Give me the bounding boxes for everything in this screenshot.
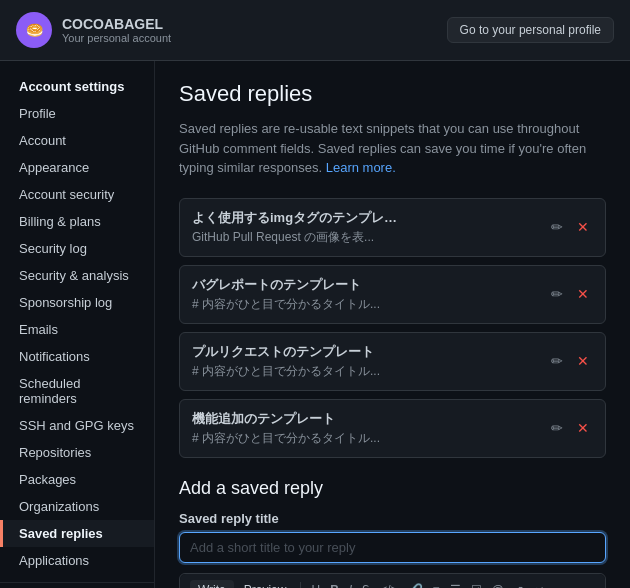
account-subtitle: Your personal account xyxy=(62,32,171,44)
reply-info: プルリクエストのテンプレート # 内容がひと目で分かるタイトル... xyxy=(192,343,547,380)
sidebar-item-applications[interactable]: Applications xyxy=(0,547,154,574)
layout: Account settings Profile Account Appeara… xyxy=(0,61,630,588)
sidebar-item-scheduled-reminders[interactable]: Scheduled reminders xyxy=(0,370,154,412)
avatar: 🥯 xyxy=(16,12,52,48)
title-label: Saved reply title xyxy=(179,511,606,526)
reply-name: プルリクエストのテンプレート xyxy=(192,343,547,361)
sidebar-item-sponsorship-log[interactable]: Sponsorship log xyxy=(0,289,154,316)
edit-reply-button[interactable]: ✏ xyxy=(547,284,567,304)
reply-name: 機能追加のテンプレート xyxy=(192,410,547,428)
reply-actions: ✏ ✕ xyxy=(547,284,593,304)
sidebar-item-account-security[interactable]: Account security xyxy=(0,181,154,208)
profile-button[interactable]: Go to your personal profile xyxy=(447,17,614,43)
header-left: 🥯 COCOABAGEL Your personal account xyxy=(16,12,171,48)
heading-icon[interactable]: H xyxy=(307,581,324,589)
sidebar-item-organizations[interactable]: Organizations xyxy=(0,493,154,520)
ordered-list-icon[interactable]: ☰ xyxy=(446,581,465,589)
saved-replies-list: よく使用するimgタグのテンプレ… GitHub Pull Request の画… xyxy=(179,198,606,458)
reply-name: よく使用するimgタグのテンプレ… xyxy=(192,209,547,227)
editor-toolbar: Write Preview H B I S̶ </> 🔗 ≡ ☰ ☑ @ ↗ ↩ xyxy=(180,574,605,589)
edit-reply-button[interactable]: ✏ xyxy=(547,217,567,237)
sidebar-item-appearance[interactable]: Appearance xyxy=(0,154,154,181)
editor-container: Write Preview H B I S̶ </> 🔗 ≡ ☰ ☑ @ ↗ ↩… xyxy=(179,573,606,589)
mention-icon[interactable]: @ xyxy=(488,581,508,589)
sidebar-item-profile[interactable]: Profile xyxy=(0,100,154,127)
reference-icon[interactable]: ↗ xyxy=(510,581,528,589)
sidebar-item-account[interactable]: Account xyxy=(0,127,154,154)
sidebar-item-billing[interactable]: Billing & plans xyxy=(0,208,154,235)
sidebar-item-ssh-gpg[interactable]: SSH and GPG keys xyxy=(0,412,154,439)
reply-preview: # 内容がひと目で分かるタイトル... xyxy=(192,430,547,447)
sidebar-item-security-analysis[interactable]: Security & analysis xyxy=(0,262,154,289)
saved-reply-item: 機能追加のテンプレート # 内容がひと目で分かるタイトル... ✏ ✕ xyxy=(179,399,606,458)
reply-preview: GitHub Pull Request の画像を表... xyxy=(192,229,547,246)
saved-reply-item: バグレポートのテンプレート # 内容がひと目で分かるタイトル... ✏ ✕ xyxy=(179,265,606,324)
header-user-info: COCOABAGEL Your personal account xyxy=(62,16,171,44)
sidebar-item-packages[interactable]: Packages xyxy=(0,466,154,493)
edit-reply-button[interactable]: ✏ xyxy=(547,351,567,371)
sidebar-item-notifications[interactable]: Notifications xyxy=(0,343,154,370)
unordered-list-icon[interactable]: ≡ xyxy=(429,581,444,589)
page-description: Saved replies are re-usable text snippet… xyxy=(179,119,606,178)
delete-reply-button[interactable]: ✕ xyxy=(573,217,593,237)
page-title: Saved replies xyxy=(179,81,606,107)
reply-title-input[interactable] xyxy=(179,532,606,563)
main-content: Saved replies Saved replies are re-usabl… xyxy=(155,61,630,588)
undo-icon[interactable]: ↩ xyxy=(530,581,548,589)
bold-icon[interactable]: B xyxy=(326,581,343,589)
saved-reply-item: よく使用するimgタグのテンプレ… GitHub Pull Request の画… xyxy=(179,198,606,257)
code-icon[interactable]: </> xyxy=(376,581,401,589)
delete-reply-button[interactable]: ✕ xyxy=(573,418,593,438)
reply-actions: ✏ ✕ xyxy=(547,418,593,438)
sidebar-item-emails[interactable]: Emails xyxy=(0,316,154,343)
reply-info: バグレポートのテンプレート # 内容がひと目で分かるタイトル... xyxy=(192,276,547,313)
link-icon[interactable]: 🔗 xyxy=(404,581,427,589)
sidebar-divider-1 xyxy=(0,582,154,583)
sidebar-item-repositories[interactable]: Repositories xyxy=(0,439,154,466)
learn-more-link[interactable]: Learn more. xyxy=(326,160,396,175)
reply-info: 機能追加のテンプレート # 内容がひと目で分かるタイトル... xyxy=(192,410,547,447)
add-section-title: Add a saved reply xyxy=(179,478,606,499)
sidebar-item-saved-replies[interactable]: Saved replies xyxy=(0,520,154,547)
delete-reply-button[interactable]: ✕ xyxy=(573,284,593,304)
reply-info: よく使用するimgタグのテンプレ… GitHub Pull Request の画… xyxy=(192,209,547,246)
sidebar-item-security-log[interactable]: Security log xyxy=(0,235,154,262)
write-tab[interactable]: Write xyxy=(190,580,234,589)
reply-preview: # 内容がひと目で分かるタイトル... xyxy=(192,363,547,380)
delete-reply-button[interactable]: ✕ xyxy=(573,351,593,371)
reply-actions: ✏ ✕ xyxy=(547,217,593,237)
saved-reply-item: プルリクエストのテンプレート # 内容がひと目で分かるタイトル... ✏ ✕ xyxy=(179,332,606,391)
strikethrough-icon[interactable]: S̶ xyxy=(358,581,374,589)
italic-icon[interactable]: I xyxy=(345,581,356,589)
task-list-icon[interactable]: ☑ xyxy=(467,581,486,589)
preview-tab[interactable]: Preview xyxy=(236,580,295,589)
header: 🥯 COCOABAGEL Your personal account Go to… xyxy=(0,0,630,61)
reply-preview: # 内容がひと目で分かるタイトル... xyxy=(192,296,547,313)
edit-reply-button[interactable]: ✏ xyxy=(547,418,567,438)
reply-name: バグレポートのテンプレート xyxy=(192,276,547,294)
reply-actions: ✏ ✕ xyxy=(547,351,593,371)
username-label: COCOABAGEL xyxy=(62,16,171,32)
sidebar: Account settings Profile Account Appeara… xyxy=(0,61,155,588)
toolbar-separator xyxy=(300,582,301,589)
sidebar-item-account-settings[interactable]: Account settings xyxy=(0,73,154,100)
